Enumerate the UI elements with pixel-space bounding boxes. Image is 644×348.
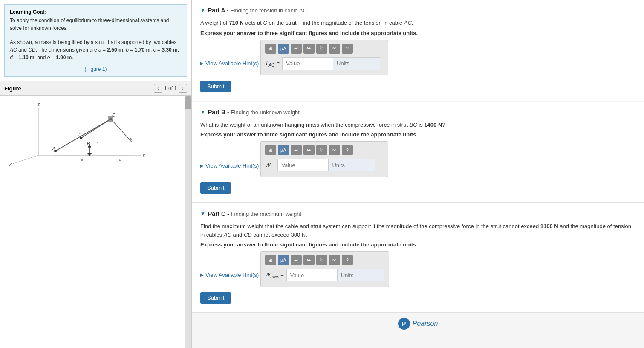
figure-svg-area: y z x C c D [0,96,191,348]
part-c-hint-text: View Available Hint(s) [205,272,259,278]
svg-text:c: c [130,136,132,141]
svg-line-7 [81,119,111,138]
part-b-mu-btn[interactable]: μA [278,145,289,155]
part-c-hint-arrow: ▶ [200,273,204,277]
part-b-description: What is the weight of an unknown hanging… [200,121,635,129]
pearson-name: Pearson [413,320,438,328]
part-a-refresh-btn[interactable]: ↻ [316,44,327,54]
part-a-format-btn[interactable]: ⊞ [265,44,276,54]
part-b-input-label: W = [265,162,275,168]
part-c-toggle-icon[interactable]: ▼ [200,211,205,217]
svg-text:b: b [119,157,121,162]
part-b-value-input[interactable] [277,159,329,171]
part-a-hint-arrow: ▶ [200,61,204,66]
part-c-section: ▼ Part C - Finding the maximum weight Fi… [192,203,644,313]
svg-line-6 [55,119,111,151]
part-c-instruction: Express your answer to three significant… [200,241,635,248]
svg-rect-25 [108,116,113,122]
figure-section: Figure ‹ 1 of 1 › y z x [0,81,191,348]
part-b-input-row: W = [265,159,384,171]
right-panel: ▼ Part A - Finding the tension in cable … [192,0,644,348]
learning-goal-description: As shown, a mass is being lifted by a st… [10,38,182,61]
part-b-email-btn[interactable]: ✉ [329,145,340,155]
figure-link-anchor[interactable]: (Figure 1) [84,66,107,72]
svg-text:A: A [52,146,55,151]
svg-text:B: B [87,142,90,146]
part-c-refresh-btn[interactable]: ↻ [316,255,327,265]
part-a-input-label: TAC = [265,60,280,67]
pearson-footer: P Pearson [192,313,644,334]
figure-scroll-thumb[interactable] [185,96,191,109]
part-b-help-btn[interactable]: ? [342,145,353,155]
svg-text:x: x [9,162,12,167]
left-panel: Learning Goal: To apply the condition of… [0,0,192,348]
part-c-submit-button[interactable]: Submit [200,292,231,304]
part-a-undo-btn[interactable]: ↩ [291,44,302,54]
part-a-header[interactable]: ▼ Part A - Finding the tension in cable … [200,7,635,14]
part-b-instruction: Express your answer to three significant… [200,131,635,138]
part-c-format-btn[interactable]: ⊞ [265,255,276,265]
part-b-submit-button[interactable]: Submit [200,182,231,194]
part-a-hint-link[interactable]: ▶ View Available Hint(s) [200,60,259,67]
part-b-input-area: ⊞ μA ↩ ↪ ↻ ✉ ? W = [260,141,388,177]
part-c-description: Find the maximum weight that the cable a… [200,222,635,239]
part-c-input-label: Wmax = [265,271,284,279]
part-a-title: Part A - Finding the tension in cable AC [208,7,307,14]
svg-line-2 [13,155,38,164]
learning-goal-body: To apply the condition of equilibrium to… [10,17,182,32]
part-a-hint-text: View Available Hint(s) [205,60,259,67]
part-c-value-input[interactable] [286,269,338,281]
part-c-units-input[interactable] [338,269,384,281]
figure-title: Figure [4,85,21,92]
svg-marker-24 [87,153,92,156]
part-c-input-area: ⊞ μA ↩ ↪ ↻ ✉ ? Wmax = [260,251,389,287]
part-b-toggle-icon[interactable]: ▼ [200,109,205,115]
figure-scrollbar[interactable] [185,96,191,348]
part-a-input-area: ⊞ μA ↩ ↪ ↻ ✉ ? TAC = [260,40,388,75]
part-b-header[interactable]: ▼ Part B - Finding the unknown weight [200,109,635,116]
part-c-title: Part C - Finding the maximum weight [208,210,301,217]
part-a-email-btn[interactable]: ✉ [329,44,340,54]
part-c-header[interactable]: ▼ Part C - Finding the maximum weight [200,210,635,217]
part-a-value-input[interactable] [282,57,333,70]
part-a-submit-button[interactable]: Submit [200,81,231,92]
learning-goal-box: Learning Goal: To apply the condition of… [4,4,187,77]
svg-text:a: a [81,157,83,162]
part-b-hint-link[interactable]: ▶ View Available Hint(s) [200,162,259,169]
part-a-units-input[interactable] [333,57,380,70]
part-a-mu-btn[interactable]: μA [278,44,289,54]
part-b-toolbar: ⊞ μA ↩ ↪ ↻ ✉ ? [265,145,384,155]
figure-prev-button[interactable]: ‹ [154,84,162,93]
figure-diagram: y z x C c D [4,100,158,168]
part-b-hint-arrow: ▶ [200,163,204,168]
pearson-letter: P [402,320,406,327]
part-c-undo-btn[interactable]: ↩ [291,255,302,265]
part-b-undo-btn[interactable]: ↩ [291,145,302,155]
part-c-help-btn[interactable]: ? [342,255,353,265]
part-a-redo-btn[interactable]: ↪ [303,44,315,54]
svg-text:y: y [142,153,145,157]
part-c-mu-btn[interactable]: μA [278,255,289,265]
pearson-logo: P Pearson [398,318,438,330]
part-a-help-btn[interactable]: ? [342,44,353,54]
part-b-section: ▼ Part B - Finding the unknown weight Wh… [192,102,644,203]
pearson-logo-circle: P [398,318,410,330]
part-c-redo-btn[interactable]: ↪ [303,255,315,265]
part-b-redo-btn[interactable]: ↪ [303,145,315,155]
part-b-units-input[interactable] [329,159,375,171]
part-c-input-row: Wmax = [265,269,384,281]
figure-content: y z x C c D [0,96,191,348]
figure-next-button[interactable]: › [179,84,187,93]
part-a-toggle-icon[interactable]: ▼ [200,7,205,13]
figure-header: Figure ‹ 1 of 1 › [0,81,191,96]
figure-link[interactable]: (Figure 1) [10,66,182,72]
svg-line-8 [111,119,132,142]
part-c-email-btn[interactable]: ✉ [329,255,340,265]
part-b-format-btn[interactable]: ⊞ [265,145,276,155]
part-a-description: A weight of 710 N acts at C on the strut… [200,19,635,27]
part-a-section: ▼ Part A - Finding the tension in cable … [192,0,644,101]
svg-text:D: D [78,133,81,137]
part-a-instruction: Express your answer to three significant… [200,30,635,36]
part-c-hint-link[interactable]: ▶ View Available Hint(s) [200,272,259,278]
part-b-refresh-btn[interactable]: ↻ [316,145,327,155]
